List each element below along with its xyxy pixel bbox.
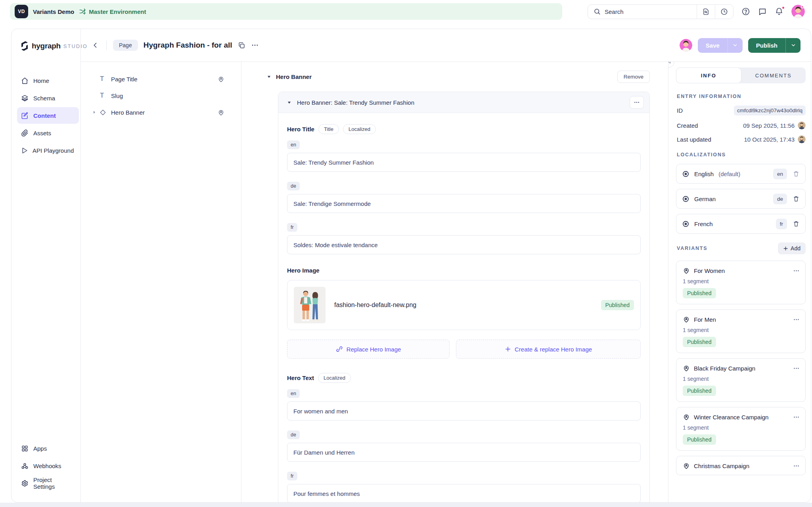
tab-comments[interactable]: COMMENTS	[741, 67, 806, 83]
localization-row-german[interactable]: German de	[676, 189, 806, 209]
localization-row-english[interactable]: English (default) en	[676, 164, 806, 184]
tree-item-hero-banner[interactable]: Hero Banner	[92, 104, 224, 121]
recent-entries-button[interactable]	[715, 5, 733, 19]
entry-more-button[interactable]	[251, 41, 259, 49]
app-container: hygraph STUDIO Home Schema Content Asset…	[11, 29, 811, 503]
locale-default-suffix: (default)	[718, 171, 740, 177]
localizations-heading: LOCALIZATIONS	[677, 152, 806, 157]
sidebar-item-label: Apps	[33, 445, 47, 452]
sidebar-item-home[interactable]: Home	[17, 72, 79, 89]
save-dropdown-button[interactable]	[728, 38, 743, 53]
variant-card-christmas[interactable]: Christmas Campaign	[676, 456, 806, 475]
tree-item-page-title[interactable]: T Page Title	[92, 71, 224, 87]
variant-name: For Men	[694, 316, 716, 323]
locale-code-chip: fr	[776, 219, 787, 229]
locale-tag-fr: fr	[287, 223, 297, 232]
sidebar-item-schema[interactable]: Schema	[17, 90, 79, 106]
copy-id-button[interactable]	[238, 42, 245, 49]
hygraph-logo[interactable]: hygraph STUDIO	[20, 41, 75, 51]
help-icon	[741, 7, 750, 16]
variant-card-winter-clearance[interactable]: Winter Clearance Campaign 1 segment Publ…	[676, 407, 806, 451]
component-more-button[interactable]	[630, 96, 644, 109]
replace-hero-image-button[interactable]: Replace Hero Image	[287, 340, 450, 359]
edit-square-icon	[21, 112, 29, 119]
component-header[interactable]: Hero Banner: Sale: Trendy Summer Fashion	[278, 92, 649, 113]
feedback-button[interactable]	[758, 7, 767, 16]
variant-more-button[interactable]	[793, 316, 800, 323]
asset-card[interactable]: fashion-hero-default-new.png Published	[287, 280, 641, 330]
variant-card-for-men[interactable]: For Men 1 segment Published	[676, 309, 806, 353]
created-label: Created	[677, 122, 698, 129]
user-avatar[interactable]	[791, 5, 805, 18]
hero-title-fr-input[interactable]	[287, 235, 641, 254]
avatar-notification-dot	[801, 5, 804, 8]
collapse-triangle-icon[interactable]	[267, 75, 271, 79]
variant-segments: 1 segment	[683, 278, 800, 284]
remove-component-button[interactable]: Remove	[617, 71, 650, 83]
variant-more-button[interactable]	[793, 414, 800, 421]
eye-icon	[682, 195, 689, 203]
tab-info[interactable]: INFO	[676, 67, 741, 83]
help-button[interactable]	[741, 7, 750, 16]
variant-more-button[interactable]	[793, 463, 800, 469]
search-icon	[594, 8, 601, 15]
expand-chevron-icon[interactable]	[92, 110, 100, 115]
project-name[interactable]: Variants Demo	[33, 8, 74, 15]
hero-title-de-input[interactable]	[287, 194, 641, 213]
add-variant-button[interactable]: Add	[778, 242, 806, 254]
notification-dot	[781, 6, 785, 10]
search-input[interactable]	[601, 8, 697, 15]
locale-tag-de: de	[287, 430, 300, 439]
tree-item-slug[interactable]: T Slug	[92, 87, 224, 104]
sidebar-item-assets[interactable]: Assets	[17, 125, 79, 141]
hero-title-en-input[interactable]	[287, 153, 641, 172]
sidebar-item-project-settings[interactable]: Project Settings	[17, 475, 79, 492]
sidebar-item-apps[interactable]: Apps	[17, 440, 79, 457]
ellipsis-icon	[634, 99, 640, 106]
collapse-panel-button[interactable]	[668, 62, 674, 68]
hero-title-label: Hero Title	[287, 126, 314, 133]
notifications-button[interactable]	[775, 7, 783, 16]
hero-text-de-input[interactable]	[287, 443, 641, 462]
environment-switcher[interactable]: Master Environment	[79, 8, 146, 15]
hero-text-fr-input[interactable]	[287, 484, 641, 502]
collapse-triangle-icon[interactable]	[287, 100, 291, 105]
sidebar-item-webhooks[interactable]: Webhooks	[17, 457, 79, 474]
variant-pin-icon	[683, 462, 690, 469]
sidebar-item-label: Webhooks	[33, 463, 61, 469]
publish-button[interactable]: Publish	[748, 38, 785, 53]
asset-status-badge: Published	[601, 300, 634, 310]
variant-card-black-friday[interactable]: Black Friday Campaign 1 segment Publishe…	[676, 358, 806, 402]
localized-pin-icon	[218, 76, 224, 83]
delete-locale-button[interactable]	[792, 219, 801, 228]
publish-dropdown-button[interactable]	[785, 38, 801, 53]
component-title: Hero Banner: Sale: Trendy Summer Fashion	[297, 99, 414, 106]
link-icon	[336, 346, 343, 353]
sidebar-item-label: Home	[33, 77, 49, 84]
variant-card-for-women[interactable]: For Women 1 segment Published	[676, 261, 806, 304]
webhook-icon	[21, 462, 29, 470]
branch-icon	[79, 8, 86, 15]
project-badge[interactable]: VD	[15, 5, 28, 18]
sidebar-item-api-playground[interactable]: API Playground	[17, 142, 79, 159]
delete-locale-button[interactable]	[792, 194, 801, 203]
create-replace-hero-image-button[interactable]: Create & replace Hero Image	[456, 340, 641, 359]
document-search-icon	[702, 8, 710, 15]
save-button[interactable]: Save	[698, 38, 728, 53]
hero-text-label: Hero Text	[287, 374, 314, 381]
localization-row-french[interactable]: French fr	[676, 214, 806, 234]
entry-id-value[interactable]: cmfcdl9kzc2nj07w43o0dlrlq	[734, 106, 806, 115]
back-button[interactable]	[92, 42, 99, 49]
sidebar-item-label: Project Settings	[33, 476, 75, 490]
variant-more-button[interactable]	[793, 365, 800, 372]
chat-icon	[758, 7, 767, 16]
delete-locale-button[interactable]	[792, 169, 801, 178]
sidebar-item-content[interactable]: Content	[17, 107, 79, 124]
variant-name: Christmas Campaign	[694, 463, 749, 469]
search-entries-button[interactable]	[697, 5, 715, 19]
hero-text-en-input[interactable]	[287, 401, 641, 421]
model-type-badge[interactable]: Page	[113, 40, 138, 51]
tree-item-label: Slug	[111, 92, 123, 99]
variant-more-button[interactable]	[793, 267, 800, 274]
created-value: 09 Sep 2025, 11:56	[743, 122, 795, 129]
